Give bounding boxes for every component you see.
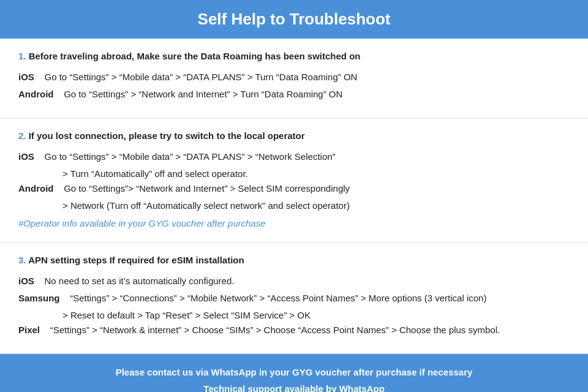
section-3-item-0: iOS No need to set as it’s automatically… bbox=[18, 274, 570, 288]
section-1-text: Before traveling abroad, Make sure the D… bbox=[29, 51, 361, 61]
section-2-title: 2. If you lost connection, please try to… bbox=[18, 129, 570, 142]
section-2-item-0-continuation: > Turn “Automatically” off and select op… bbox=[62, 167, 570, 181]
header: Self Help to Troubleshoot bbox=[0, 0, 588, 39]
section-2-text: If you lost connection, please try to sw… bbox=[29, 130, 305, 141]
section-2-note: #Operator info available in your GYG vou… bbox=[18, 218, 570, 228]
section-3-item-2: Pixel “Settings” > “Network & internet” … bbox=[18, 323, 570, 337]
platform-label: Android bbox=[18, 89, 54, 99]
section-3-item-1-continuation: > Reset to default > Tap “Reset” > Selec… bbox=[62, 308, 570, 323]
platform-label: iOS bbox=[18, 72, 34, 82]
section-3-item-1: Samsung “Settings” > “Connections” > “Mo… bbox=[18, 291, 570, 306]
footer: Please contact us via WhatsApp in your G… bbox=[0, 354, 588, 392]
page-title: Self Help to Troubleshoot bbox=[12, 10, 576, 29]
platform-label: Android bbox=[18, 183, 54, 194]
section-1: 1. Before traveling abroad, Make sure th… bbox=[0, 39, 588, 118]
platform-label: Pixel bbox=[18, 325, 40, 335]
platform-label: Samsung bbox=[18, 293, 60, 303]
section-3: 3. APN setting steps If required for eSI… bbox=[0, 243, 588, 354]
section-2-number: 2. bbox=[18, 130, 29, 141]
footer-line1: Please contact us via WhatsApp in your G… bbox=[12, 364, 576, 380]
platform-label: iOS bbox=[18, 276, 34, 286]
section-1-item-1: Android Go to “Settings” > “Network and … bbox=[18, 87, 570, 102]
section-3-text: APN setting steps If required for eSIM i… bbox=[28, 255, 244, 265]
section-2-item-1: Android Go to “Settings”> “Network and I… bbox=[18, 181, 570, 196]
section-2: 2. If you lost connection, please try to… bbox=[0, 118, 588, 243]
section-1-item-0: iOS Go to “Settings” > “Mobile data” > “… bbox=[18, 70, 570, 85]
section-2-item-0: iOS Go to “Settings” > “Mobile data” > “… bbox=[18, 149, 570, 164]
section-3-title: 3. APN setting steps If required for eSI… bbox=[18, 254, 570, 266]
section-3-number: 3. bbox=[18, 255, 28, 265]
section-1-number: 1. bbox=[18, 51, 29, 61]
section-2-item-1-continuation: > Network (Turn off “Automatically selec… bbox=[62, 198, 570, 213]
section-1-title: 1. Before traveling abroad, Make sure th… bbox=[18, 50, 570, 62]
platform-label: iOS bbox=[18, 151, 34, 162]
footer-line2: Technical support available by WhatsApp bbox=[12, 380, 576, 392]
